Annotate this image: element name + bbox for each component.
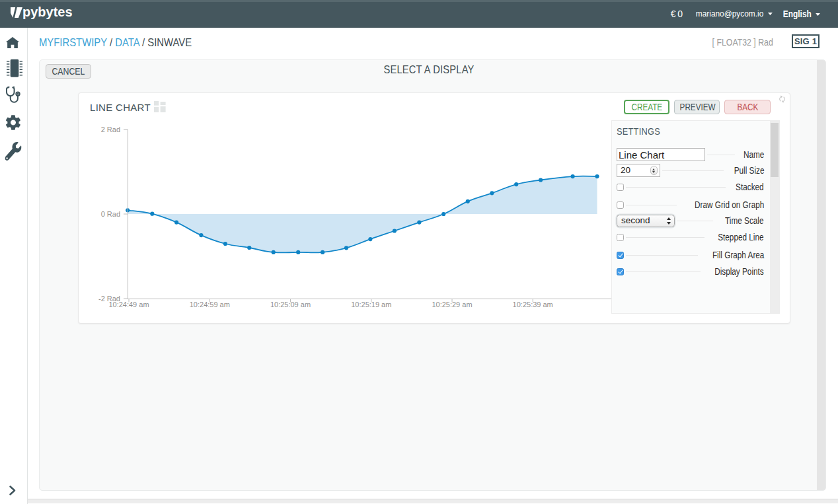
svg-text:10:25:19 am: 10:25:19 am bbox=[351, 301, 391, 308]
svg-text:10:25:09 am: 10:25:09 am bbox=[270, 301, 311, 308]
svg-text:10:24:59 am: 10:24:59 am bbox=[190, 301, 230, 308]
svg-text:10:25:29 am: 10:25:29 am bbox=[432, 301, 472, 308]
svg-text:10:24:49 am: 10:24:49 am bbox=[108, 301, 149, 308]
svg-text:0 Rad: 0 Rad bbox=[101, 210, 120, 218]
svg-text:10:25:39 am: 10:25:39 am bbox=[513, 301, 553, 308]
svg-text:2 Rad: 2 Rad bbox=[101, 126, 120, 133]
